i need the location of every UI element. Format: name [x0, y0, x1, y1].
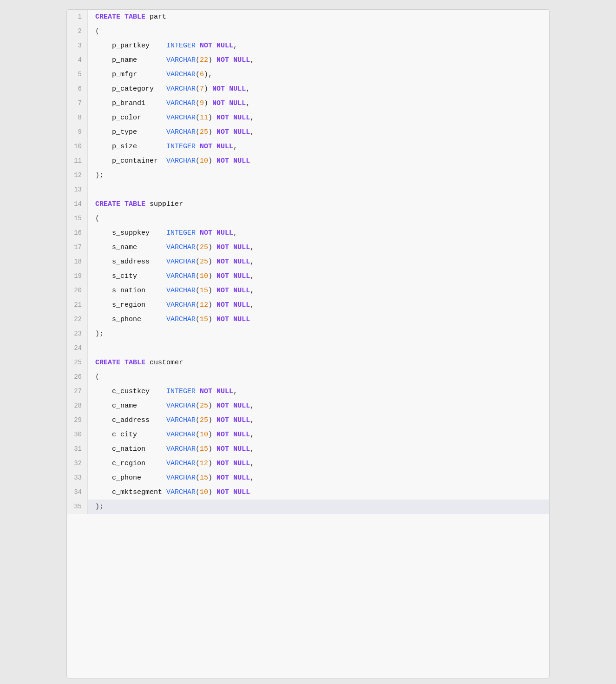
token-number: 25 [200, 402, 208, 410]
code-line: 35); [67, 500, 549, 514]
token-kw-varchar: VARCHAR [166, 488, 196, 496]
token-number: 12 [200, 460, 208, 467]
code-line: 29 c_address VARCHAR(25) NOT NULL, [67, 413, 549, 428]
code-line: 26( [67, 370, 549, 384]
line-number: 15 [67, 211, 88, 226]
code-line: 15( [67, 211, 549, 226]
code-line: 7 p_brand1 VARCHAR(9) NOT NULL, [67, 96, 549, 111]
token-kw-not: NOT [216, 445, 229, 453]
line-content: s_name VARCHAR(25) NOT NULL, [88, 240, 254, 255]
line-content: c_custkey INTEGER NOT NULL, [88, 384, 237, 399]
token-kw-not: NOT [212, 99, 225, 107]
token-kw-create: CREATE [95, 13, 120, 21]
token-kw-not: NOT [216, 460, 229, 467]
line-content: ( [88, 24, 99, 39]
code-lines: 1CREATE TABLE part2(3 p_partkey INTEGER … [67, 10, 549, 514]
token-number: 11 [200, 114, 208, 122]
token-col-name: p_color [95, 114, 166, 122]
token-kw-not: NOT [200, 229, 212, 237]
token-kw-null: NULL [216, 42, 233, 50]
token-kw-table: TABLE [125, 200, 145, 208]
token-kw-varchar: VARCHAR [166, 287, 196, 295]
line-content: s_address VARCHAR(25) NOT NULL, [88, 255, 254, 269]
token-number: 12 [200, 301, 208, 309]
token-kw-table: TABLE [125, 13, 145, 21]
line-number: 2 [67, 24, 88, 39]
token-kw-null: NULL [233, 316, 250, 323]
token-col-name: c_address [95, 416, 166, 424]
line-number: 8 [67, 111, 88, 125]
token-kw-varchar: VARCHAR [166, 402, 196, 410]
line-content: c_mktsegment VARCHAR(10) NOT NULL [88, 485, 250, 500]
token-kw-null: NULL [233, 272, 250, 280]
token-kw-null: NULL [233, 402, 250, 410]
token-col-name: s_phone [95, 316, 166, 323]
line-content: c_region VARCHAR(12) NOT NULL, [88, 456, 254, 471]
token-kw-not: NOT [216, 56, 229, 64]
token-kw-null: NULL [233, 301, 250, 309]
token-col-name: p_size [95, 143, 166, 151]
line-number: 27 [67, 384, 88, 399]
token-kw-null: NULL [216, 229, 233, 237]
token-number: 22 [200, 56, 208, 64]
token-kw-not: NOT [216, 316, 229, 323]
code-line: 33 c_phone VARCHAR(15) NOT NULL, [67, 471, 549, 485]
code-line: 20 s_nation VARCHAR(15) NOT NULL, [67, 283, 549, 298]
token-col-name: c_region [95, 460, 166, 467]
token-kw-varchar: VARCHAR [166, 460, 196, 467]
line-content: p_mfgr VARCHAR(6), [88, 67, 212, 82]
token-kw-null: NULL [233, 488, 250, 496]
line-number: 31 [67, 442, 88, 456]
code-line: 10 p_size INTEGER NOT NULL, [67, 139, 549, 154]
code-line: 30 c_city VARCHAR(10) NOT NULL, [67, 428, 549, 442]
token-col-name: s_city [95, 272, 166, 280]
token-kw-varchar: VARCHAR [166, 316, 196, 323]
code-line: 32 c_region VARCHAR(12) NOT NULL, [67, 456, 549, 471]
code-line: 21 s_region VARCHAR(12) NOT NULL, [67, 298, 549, 312]
token-kw-null: NULL [233, 431, 250, 439]
token-tbl-name: customer [150, 359, 183, 367]
token-kw-varchar: VARCHAR [166, 157, 196, 165]
line-content: p_category VARCHAR(7) NOT NULL, [88, 82, 250, 96]
token-kw-not: NOT [216, 258, 229, 266]
line-number: 4 [67, 53, 88, 67]
token-number: 25 [200, 128, 208, 136]
code-line: 34 c_mktsegment VARCHAR(10) NOT NULL [67, 485, 549, 500]
token-col-name: p_type [95, 128, 166, 136]
line-number: 10 [67, 139, 88, 154]
token-number: 10 [200, 488, 208, 496]
token-col-name: c_phone [95, 474, 166, 482]
code-line: 2( [67, 24, 549, 39]
token-number: 10 [200, 431, 208, 439]
token-kw-not: NOT [216, 474, 229, 482]
token-kw-varchar: VARCHAR [166, 128, 196, 136]
token-kw-null: NULL [233, 243, 250, 251]
line-content: ( [88, 370, 99, 384]
line-content: p_name VARCHAR(22) NOT NULL, [88, 53, 254, 67]
token-number: 25 [200, 258, 208, 266]
token-kw-varchar: VARCHAR [166, 272, 196, 280]
line-number: 7 [67, 96, 88, 111]
line-number: 25 [67, 355, 88, 370]
line-number: 19 [67, 269, 88, 283]
token-kw-null: NULL [233, 128, 250, 136]
code-line: 1CREATE TABLE part [67, 10, 549, 24]
line-number: 17 [67, 240, 88, 255]
line-content: s_phone VARCHAR(15) NOT NULL [88, 312, 250, 327]
token-col-name: s_address [95, 258, 166, 266]
code-line: 8 p_color VARCHAR(11) NOT NULL, [67, 111, 549, 125]
token-kw-integer: INTEGER [166, 143, 196, 151]
line-content: s_suppkey INTEGER NOT NULL, [88, 226, 237, 240]
line-number: 6 [67, 82, 88, 96]
line-content: s_nation VARCHAR(15) NOT NULL, [88, 283, 254, 298]
code-line: 13 [67, 183, 549, 197]
token-number: 15 [200, 474, 208, 482]
line-number: 11 [67, 154, 88, 168]
line-number: 32 [67, 456, 88, 471]
token-kw-null: NULL [233, 416, 250, 424]
token-kw-null: NULL [233, 56, 250, 64]
line-number: 20 [67, 283, 88, 298]
token-kw-not: NOT [216, 301, 229, 309]
line-content: p_size INTEGER NOT NULL, [88, 139, 237, 154]
token-col-name: p_partkey [95, 42, 166, 50]
